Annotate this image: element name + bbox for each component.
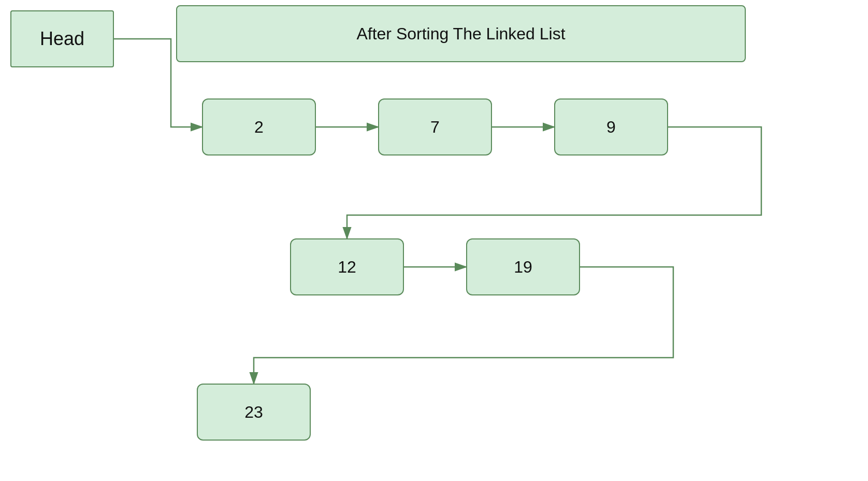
node-12: 12	[290, 238, 404, 295]
node-2: 2	[202, 98, 316, 155]
node-19: 19	[466, 238, 580, 295]
node-2-label: 2	[254, 118, 264, 137]
node-23-label: 23	[244, 403, 263, 422]
node-12-label: 12	[338, 258, 356, 277]
node-23: 23	[197, 384, 311, 441]
head-node: Head	[10, 10, 114, 67]
node-9: 9	[554, 98, 668, 155]
node-9-label: 9	[606, 118, 616, 137]
title-box: After Sorting The Linked List	[176, 5, 746, 62]
node-19-label: 19	[514, 258, 532, 277]
title-label: After Sorting The Linked List	[356, 24, 565, 44]
head-label: Head	[40, 28, 84, 50]
node-7-label: 7	[430, 118, 440, 137]
node-7: 7	[378, 98, 492, 155]
